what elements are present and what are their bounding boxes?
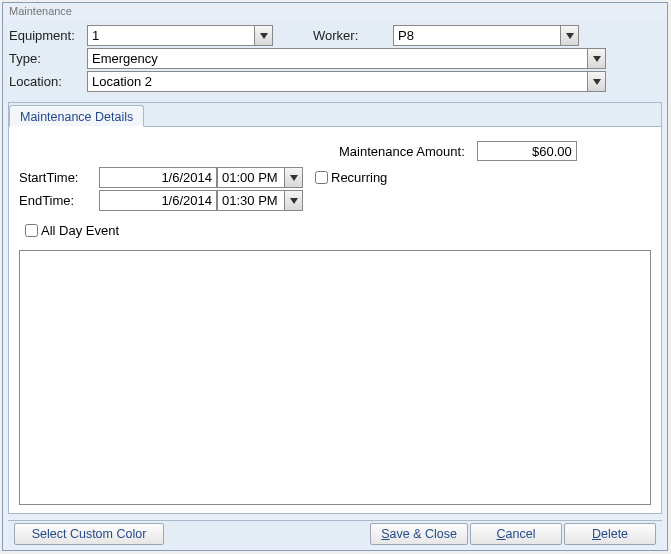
amount-input[interactable]: [477, 141, 577, 161]
type-label: Type:: [9, 51, 87, 66]
chevron-down-icon: [593, 79, 601, 85]
type-select[interactable]: [87, 48, 606, 69]
footer-toolbar: Select Custom Color Save & Close Cancel …: [8, 520, 662, 546]
equipment-dropdown-button[interactable]: [254, 26, 272, 45]
header-form: Equipment: Worker: Type:: [3, 21, 667, 102]
recurring-checkbox[interactable]: [315, 171, 328, 184]
end-time-dropdown-button[interactable]: [284, 191, 302, 210]
start-date-input[interactable]: [99, 167, 217, 188]
maintenance-window: Maintenance Equipment: Worker: Type:: [2, 2, 668, 551]
endtime-label: EndTime:: [19, 193, 99, 208]
allday-label: All Day Event: [41, 223, 119, 238]
location-input[interactable]: [88, 72, 587, 91]
chevron-down-icon: [290, 198, 298, 204]
end-date-input[interactable]: [99, 190, 217, 211]
recurring-label: Recurring: [331, 170, 387, 185]
type-dropdown-button[interactable]: [587, 49, 605, 68]
window-title: Maintenance: [3, 3, 667, 21]
delete-button[interactable]: Delete: [564, 523, 656, 545]
worker-select[interactable]: [393, 25, 579, 46]
notes-textarea[interactable]: [19, 250, 651, 505]
tab-panel: Maintenance Details Maintenance Amount: …: [8, 102, 662, 514]
allday-checkbox[interactable]: [25, 224, 38, 237]
amount-label: Maintenance Amount:: [339, 144, 465, 159]
worker-dropdown-button[interactable]: [560, 26, 578, 45]
equipment-input[interactable]: [88, 26, 254, 45]
location-select[interactable]: [87, 71, 606, 92]
equipment-label: Equipment:: [9, 28, 87, 43]
end-time-input[interactable]: [218, 191, 284, 210]
end-time-select[interactable]: [217, 190, 303, 211]
select-custom-color-button[interactable]: Select Custom Color: [14, 523, 164, 545]
start-time-input[interactable]: [218, 168, 284, 187]
location-dropdown-button[interactable]: [587, 72, 605, 91]
worker-input[interactable]: [394, 26, 560, 45]
save-close-button[interactable]: Save & Close: [370, 523, 468, 545]
cancel-button[interactable]: Cancel: [470, 523, 562, 545]
chevron-down-icon: [593, 56, 601, 62]
starttime-label: StartTime:: [19, 170, 99, 185]
start-time-dropdown-button[interactable]: [284, 168, 302, 187]
start-time-select[interactable]: [217, 167, 303, 188]
worker-label: Worker:: [313, 28, 373, 43]
type-input[interactable]: [88, 49, 587, 68]
chevron-down-icon: [260, 33, 268, 39]
tab-strip: Maintenance Details: [9, 103, 661, 127]
equipment-select[interactable]: [87, 25, 273, 46]
chevron-down-icon: [566, 33, 574, 39]
chevron-down-icon: [290, 175, 298, 181]
tab-content: Maintenance Amount: StartTime: Recurring: [9, 127, 661, 513]
tab-maintenance-details[interactable]: Maintenance Details: [9, 105, 144, 127]
location-label: Location:: [9, 74, 87, 89]
